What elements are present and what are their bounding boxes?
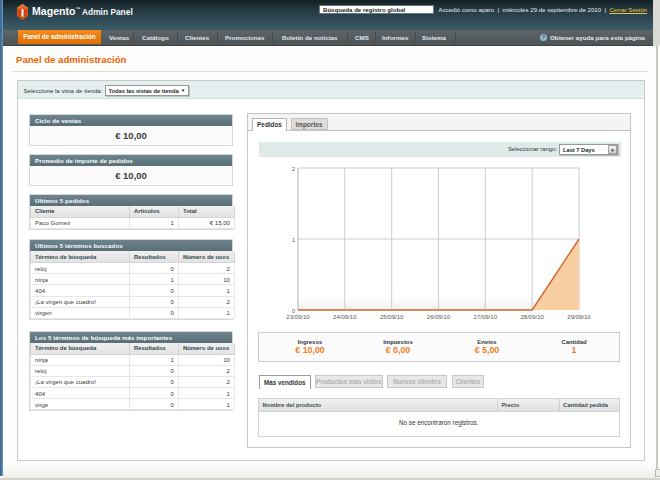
svg-text:2: 2: [291, 166, 295, 172]
svg-text:26/09/10: 26/09/10: [426, 314, 450, 320]
svg-text:1: 1: [291, 237, 295, 243]
svg-text:24/09/10: 24/09/10: [333, 314, 357, 320]
svg-text:29/09/10: 29/09/10: [567, 314, 591, 320]
svg-text:25/09/10: 25/09/10: [380, 314, 404, 320]
svg-text:27/09/10: 27/09/10: [473, 314, 497, 320]
svg-text:28/09/10: 28/09/10: [520, 314, 544, 320]
svg-text:23/09/10: 23/09/10: [286, 314, 310, 320]
